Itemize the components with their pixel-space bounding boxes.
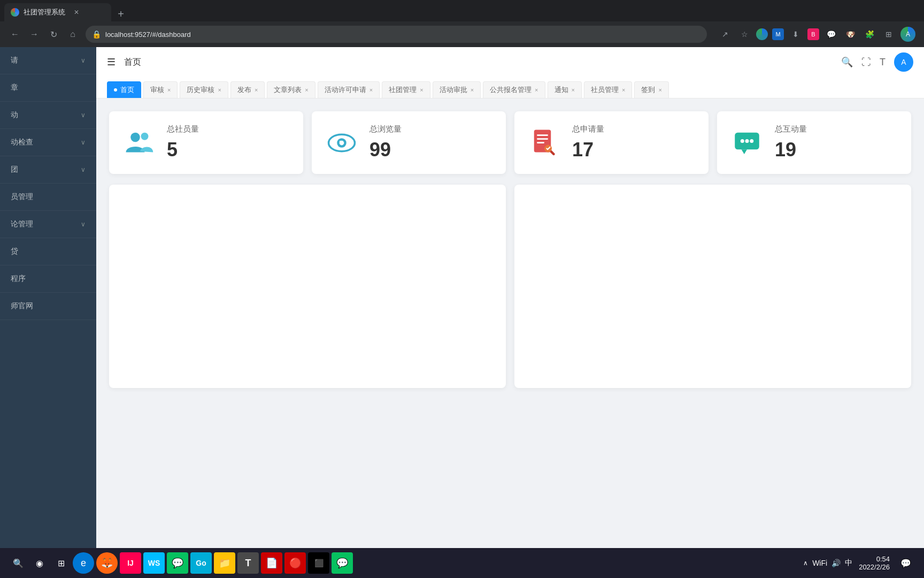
sidebar-item-9[interactable]: 师官网 — [0, 293, 96, 320]
taskbar-notification-btn[interactable]: 💬 — [896, 553, 915, 573]
views-info: 总浏览量 99 — [369, 124, 493, 161]
sidebar-item-8[interactable]: 程序 — [0, 265, 96, 293]
sidebar-item-label-7: 贷 — [11, 247, 18, 256]
nav-tab-activity-approve[interactable]: 活动审批 × — [433, 81, 481, 98]
taskbar-app-files[interactable]: 📁 — [214, 552, 235, 574]
taskbar-wifi-icon[interactable]: WiFi — [812, 559, 827, 567]
taskbar-up-icon[interactable]: ∧ — [803, 559, 808, 567]
sidebar-item-3[interactable]: 动检查 ∨ — [0, 129, 96, 156]
browser-tab-active[interactable]: 社团管理系统 ✕ — [4, 3, 111, 21]
taskbar-time[interactable]: 0:54 2022/2/26 — [859, 555, 890, 571]
nav-tab-member[interactable]: 社员管理 × — [584, 81, 632, 98]
url-bar[interactable]: 🔒 localhost:9527/#/dashboard — [86, 26, 707, 43]
nav-tab-notice-close[interactable]: × — [572, 87, 575, 93]
nav-tab-notice[interactable]: 通知 × — [548, 81, 582, 98]
taskbar-app-red[interactable]: 🔴 — [284, 552, 306, 574]
user-initial: A — [901, 58, 906, 66]
taskbar-search[interactable]: 🔍 — [9, 553, 28, 573]
nav-tab-public-reg-label: 公共报名管理 — [490, 85, 532, 95]
chrome-user-avatar[interactable]: A — [900, 27, 915, 42]
nav-tab-history-close[interactable]: × — [218, 87, 221, 93]
sidebar-item-6[interactable]: 论管理 ∨ — [0, 211, 96, 238]
sidebar-item-label-8: 程序 — [11, 274, 26, 284]
top-bar: ☰ 首页 🔍 ⛶ T A — [96, 47, 924, 77]
profile-btn[interactable]: ⊞ — [881, 27, 896, 42]
nav-tab-club-manage-close[interactable]: × — [420, 87, 423, 93]
sidebar-item-7[interactable]: 贷 — [0, 238, 96, 265]
taskbar-volume-icon[interactable]: 🔊 — [831, 559, 841, 567]
nav-tab-articles[interactable]: 文章列表 × — [267, 81, 315, 98]
nav-tab-club-manage[interactable]: 社团管理 × — [382, 81, 430, 98]
nav-tab-member-close[interactable]: × — [622, 87, 625, 93]
taskbar-app-wechat[interactable]: 💬 — [167, 552, 188, 574]
download-btn[interactable]: ⬇ — [788, 27, 803, 42]
svg-rect-9 — [537, 142, 544, 143]
chart-panel-left — [109, 185, 506, 388]
back-btn[interactable]: ← — [9, 28, 21, 41]
taskbar-app-idea[interactable]: IJ — [120, 552, 141, 574]
browser-chrome: 社团管理系统 ✕ + ← → ↻ ⌂ 🔒 localhost:9527/#/da… — [0, 0, 924, 47]
taskbar-cortana[interactable]: ◉ — [30, 553, 49, 573]
nav-tab-review[interactable]: 审核 × — [143, 81, 178, 98]
views-label: 总浏览量 — [369, 124, 493, 134]
nav-tab-publish[interactable]: 发布 × — [230, 81, 265, 98]
hamburger-btn[interactable]: ☰ — [107, 56, 116, 68]
tab-close-btn[interactable]: ✕ — [72, 7, 81, 17]
content-area: 总社员量 5 总浏览量 — [96, 98, 924, 578]
home-btn[interactable]: ⌂ — [66, 28, 79, 41]
sidebar-item-2[interactable]: 动 ∨ — [0, 102, 96, 129]
extension-btn1[interactable] — [756, 28, 768, 40]
nav-tab-history[interactable]: 历史审核 × — [180, 81, 228, 98]
sidebar-item-4[interactable]: 团 ∨ — [0, 156, 96, 184]
tab-bar: 社团管理系统 ✕ + — [0, 0, 924, 21]
taskbar-app-edge[interactable]: e — [73, 552, 94, 574]
sidebar-item-label-0: 请 — [11, 56, 18, 65]
nav-tab-publish-close[interactable]: × — [255, 87, 258, 93]
nav-tab-activity-apply-close[interactable]: × — [369, 87, 373, 93]
stat-card-views: 总浏览量 99 — [312, 111, 506, 174]
nav-tab-public-reg[interactable]: 公共报名管理 × — [483, 81, 545, 98]
svg-point-12 — [741, 139, 744, 143]
sidebar-item-5[interactable]: 员管理 — [0, 184, 96, 211]
nav-tab-home-label: 首页 — [120, 85, 134, 95]
search-btn[interactable]: 🔍 — [841, 56, 853, 68]
nav-tab-home[interactable]: 首页 — [107, 81, 141, 98]
nav-tab-checkin[interactable]: 签到 × — [634, 81, 668, 98]
extension-btn2[interactable]: M — [772, 28, 784, 40]
taskbar-taskview[interactable]: ⊞ — [51, 553, 71, 573]
share-btn[interactable]: ↗ — [718, 27, 733, 42]
taskbar: 🔍 ◉ ⊞ e 🦊 IJ WS 💬 Go 📁 T 📄 🔴 — [0, 548, 924, 578]
svg-point-14 — [750, 139, 753, 143]
taskbar-app-msg[interactable]: 💬 — [332, 552, 353, 574]
taskbar-app-typora[interactable]: T — [237, 552, 259, 574]
nav-tab-articles-label: 文章列表 — [274, 85, 302, 95]
charts-grid — [109, 185, 911, 388]
taskbar-app-goland[interactable]: Go — [190, 552, 212, 574]
nav-tab-public-reg-close[interactable]: × — [535, 87, 538, 93]
refresh-btn[interactable]: ↻ — [47, 28, 60, 41]
bookmark-btn[interactable]: ☆ — [737, 27, 752, 42]
extensions-btn[interactable]: 🧩 — [862, 27, 877, 42]
nav-tab-activity-approve-close[interactable]: × — [471, 87, 474, 93]
avatar-initial: A — [906, 31, 910, 38]
extension-btn3[interactable]: B — [807, 28, 819, 40]
sidebar-item-1[interactable]: 章 — [0, 74, 96, 102]
taskbar-app-pdf[interactable]: 📄 — [261, 552, 282, 574]
svg-point-5 — [340, 140, 342, 142]
taskbar-ime-icon[interactable]: 中 — [845, 558, 852, 568]
taskbar-app-terminal[interactable]: ⬛ — [308, 552, 329, 574]
user-avatar[interactable]: A — [894, 52, 913, 72]
extension-btn5[interactable]: 🐶 — [843, 27, 858, 42]
nav-tab-review-close[interactable]: × — [167, 87, 171, 93]
nav-tab-activity-apply[interactable]: 活动许可申请 × — [318, 81, 380, 98]
extension-btn4[interactable]: 💬 — [823, 27, 838, 42]
fullscreen-btn[interactable]: ⛶ — [861, 57, 871, 68]
sidebar-item-0[interactable]: 请 ∨ — [0, 47, 96, 74]
new-tab-btn[interactable]: + — [113, 6, 128, 21]
forward-btn[interactable]: → — [28, 28, 41, 41]
taskbar-app-ws[interactable]: WS — [143, 552, 165, 574]
nav-tab-checkin-close[interactable]: × — [658, 87, 661, 93]
font-btn[interactable]: T — [880, 57, 886, 68]
nav-tab-articles-close[interactable]: × — [305, 87, 308, 93]
taskbar-app-firefox[interactable]: 🦊 — [96, 552, 118, 574]
